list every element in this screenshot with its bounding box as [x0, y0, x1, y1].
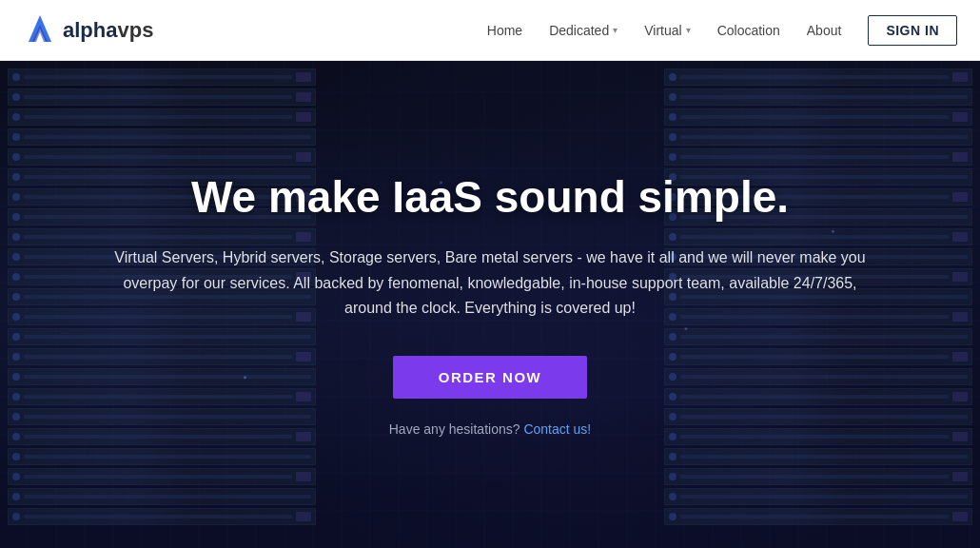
rack-unit [8, 148, 316, 166]
hero-subtitle: Virtual Servers, Hybrid servers, Storage… [100, 245, 880, 321]
rack-unit [8, 468, 316, 485]
rack-unit [664, 488, 972, 505]
hero-contact-text: Have any hesitations? Contact us! [100, 421, 880, 437]
rack-unit [664, 468, 972, 485]
rack-unit [8, 448, 316, 465]
rack-unit [664, 108, 972, 126]
rack-unit [8, 88, 316, 106]
header: alphavps Home Dedicated ▾ Virtual ▾ Colo… [0, 0, 980, 61]
nav-colocation[interactable]: Colocation [717, 23, 780, 38]
nav-home[interactable]: Home [487, 23, 522, 38]
rack-unit [664, 508, 972, 525]
sign-in-button[interactable]: SIGN IN [868, 15, 957, 46]
rack-unit [8, 128, 316, 146]
logo-text: alphavps [63, 18, 153, 43]
nav-about[interactable]: About [807, 23, 842, 38]
hero-title: We make IaaS sound simple. [100, 172, 880, 223]
rack-unit [8, 488, 316, 505]
order-now-button[interactable]: ORDER NOW [393, 356, 588, 399]
rack-unit [664, 68, 972, 86]
hero-content: We make IaaS sound simple. Virtual Serve… [62, 172, 918, 436]
rack-unit [664, 88, 972, 106]
logo[interactable]: alphavps [23, 13, 153, 48]
rack-unit [8, 508, 316, 525]
rack-unit [8, 108, 316, 126]
nav-virtual[interactable]: Virtual ▾ [644, 23, 690, 38]
dedicated-dropdown-icon: ▾ [613, 25, 617, 35]
contact-prefix: Have any hesitations? [389, 421, 520, 437]
rack-unit [664, 128, 972, 146]
rack-unit [664, 448, 972, 465]
hero-section: We make IaaS sound simple. Virtual Serve… [0, 61, 980, 548]
logo-icon [23, 13, 57, 48]
rack-unit [8, 68, 316, 86]
virtual-dropdown-icon: ▾ [686, 25, 691, 35]
nav-dedicated[interactable]: Dedicated ▾ [549, 23, 617, 38]
contact-us-link[interactable]: Contact us! [523, 421, 591, 437]
rack-unit [664, 148, 972, 166]
main-nav: Home Dedicated ▾ Virtual ▾ Colocation Ab… [487, 15, 957, 46]
